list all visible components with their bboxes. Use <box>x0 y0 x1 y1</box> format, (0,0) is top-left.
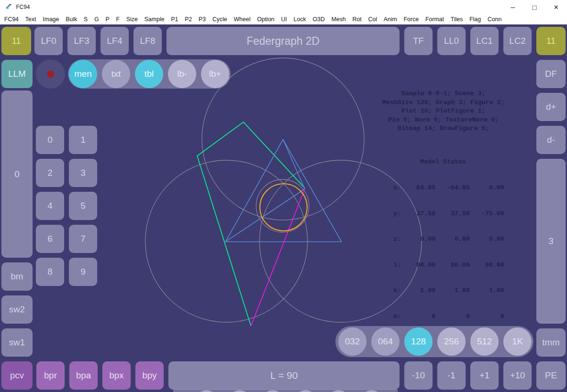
menu-item-wheel[interactable]: Wheel <box>231 16 254 23</box>
plus-1-button[interactable]: +1 <box>470 361 499 390</box>
lf8-button[interactable]: LF8 <box>133 27 162 55</box>
lb-plus-button[interactable]: lb+ <box>201 60 229 88</box>
digit-2-button[interactable]: 2 <box>36 159 64 187</box>
bm-button[interactable]: bm <box>1 262 33 291</box>
mesh-256-button[interactable]: 256 <box>437 327 466 356</box>
menu-item-rot[interactable]: Rot <box>349 16 365 23</box>
digit-0-button[interactable]: 0 <box>36 126 64 154</box>
minus-10-button[interactable]: -10 <box>404 361 433 390</box>
mesh-1k-button[interactable]: 1K <box>503 327 532 356</box>
hidden-button <box>295 390 317 392</box>
model-status-row: k: 1.00 1.00 1.00 <box>393 286 504 295</box>
menu-item-fc94[interactable]: FC94 <box>1 16 22 23</box>
digit-4-button[interactable]: 4 <box>36 192 64 220</box>
mesh-128-button[interactable]: 128 <box>404 327 433 356</box>
menu-item-conn[interactable]: Conn <box>484 16 505 23</box>
l-value-slider[interactable]: L = 90 <box>168 361 400 390</box>
info-line: Bitmap 14; DrawFigure 5; <box>367 124 520 133</box>
digit-7-button[interactable]: 7 <box>69 225 97 253</box>
bpr-button[interactable]: bpr <box>36 361 65 390</box>
menu-item-flag[interactable]: Flag <box>466 16 484 23</box>
df-button[interactable]: DF <box>536 60 566 88</box>
llm-button[interactable]: LLM <box>1 60 33 88</box>
lc2-button[interactable]: LC2 <box>503 27 532 55</box>
sw2-button[interactable]: sw2 <box>1 295 33 324</box>
bpa-button[interactable]: bpa <box>69 361 98 390</box>
menu-item-ui[interactable]: UI <box>278 16 291 23</box>
menu-item-size[interactable]: Size <box>123 16 141 23</box>
tbl-toggle[interactable]: tbl <box>135 60 163 88</box>
model-status-header: Model Status <box>393 158 504 166</box>
mesh-064-button[interactable]: 064 <box>371 327 400 356</box>
tf-button[interactable]: TF <box>404 27 433 55</box>
count-left-button[interactable]: 11 <box>1 27 31 55</box>
record-dot-icon <box>47 71 54 78</box>
info-line: MeshSize 128; Graph 3; Figure 2; <box>367 98 520 107</box>
digit-6-button[interactable]: 6 <box>36 225 64 253</box>
menu-item-p3[interactable]: P3 <box>195 16 209 23</box>
menu-item-force[interactable]: Force <box>400 16 422 23</box>
mesh-512-button[interactable]: 512 <box>470 327 499 356</box>
menu-item-col[interactable]: Col <box>365 16 380 23</box>
minimize-icon[interactable]: ─ <box>502 0 524 14</box>
left-tall-button[interactable]: 0 <box>1 90 33 258</box>
record-button[interactable] <box>36 59 65 89</box>
magenta-line <box>251 189 305 326</box>
menu-item-g[interactable]: G <box>91 16 102 23</box>
d-minus-button[interactable]: d- <box>536 126 566 154</box>
mesh-032-button[interactable]: 032 <box>338 327 367 356</box>
ll0-button[interactable]: LL0 <box>437 27 466 55</box>
menu-item-text[interactable]: Text <box>22 16 40 23</box>
menu-item-sample[interactable]: Sample <box>141 16 167 23</box>
menu-item-p[interactable]: P <box>102 16 113 23</box>
right-tall-button[interactable]: 3 <box>536 159 566 324</box>
bpy-button[interactable]: bpy <box>135 361 164 390</box>
lf0-button[interactable]: LF0 <box>34 27 63 55</box>
digit-8-button[interactable]: 8 <box>36 258 64 286</box>
menu-item-mesh[interactable]: Mesh <box>328 16 349 23</box>
menu-item-s[interactable]: S <box>81 16 91 23</box>
plus-10-button[interactable]: +10 <box>503 361 532 390</box>
model-status: Model Status x: 64.95 -64.95 0.00 y: 37.… <box>393 141 504 338</box>
hidden-button <box>262 390 284 392</box>
hidden-button <box>229 390 250 392</box>
pe-button[interactable]: PE <box>536 361 566 390</box>
lc1-button[interactable]: LC1 <box>470 27 499 55</box>
pcv-button[interactable]: pcv <box>1 361 33 390</box>
menu-item-bulk[interactable]: Bulk <box>62 16 80 23</box>
menu-item-format[interactable]: Format <box>422 16 448 23</box>
lb-minus-button[interactable]: lb- <box>168 60 196 88</box>
menu-item-o3d[interactable]: O3D <box>309 16 328 23</box>
menu-item-p2[interactable]: P2 <box>182 16 195 23</box>
menu-item-f[interactable]: F <box>113 16 123 23</box>
app-icon <box>5 3 12 11</box>
digit-3-button[interactable]: 3 <box>69 159 97 187</box>
menu-bar: FC94 Text Image Bulk S G P F Size Sample… <box>0 14 567 24</box>
menu-item-anim[interactable]: Anim <box>380 16 400 23</box>
hidden-button-row[interactable] <box>173 389 398 392</box>
sw1-button[interactable]: sw1 <box>1 328 33 357</box>
digit-5-button[interactable]: 5 <box>69 192 97 220</box>
lf3-button[interactable]: LF3 <box>67 27 96 55</box>
menu-item-tiles[interactable]: Tiles <box>447 16 466 23</box>
bpx-button[interactable]: bpx <box>102 361 131 390</box>
count-right-button[interactable]: 11 <box>536 27 566 55</box>
menu-item-lock[interactable]: Lock <box>290 16 309 23</box>
men-toggle[interactable]: men <box>69 60 97 88</box>
maximize-icon[interactable]: □ <box>524 0 545 14</box>
txt-toggle[interactable]: txt <box>102 60 130 88</box>
tmm-button[interactable]: tmm <box>536 328 566 357</box>
blue-median-line-1 <box>283 139 305 189</box>
menu-item-p1[interactable]: P1 <box>167 16 181 23</box>
minus-1-button[interactable]: -1 <box>437 361 466 390</box>
digit-1-button[interactable]: 1 <box>69 126 97 154</box>
inner-gray-circle <box>256 180 309 232</box>
d-plus-button[interactable]: d+ <box>536 93 566 121</box>
digit-9-button[interactable]: 9 <box>69 258 97 286</box>
menu-item-image[interactable]: Image <box>40 16 63 23</box>
menu-item-cycle[interactable]: Cycle <box>209 16 230 23</box>
close-icon[interactable]: ✕ <box>545 0 567 14</box>
lf4-button[interactable]: LF4 <box>100 27 129 55</box>
menu-item-option[interactable]: Option <box>254 16 278 23</box>
main-title-button[interactable]: Federgraph 2D <box>167 27 400 55</box>
